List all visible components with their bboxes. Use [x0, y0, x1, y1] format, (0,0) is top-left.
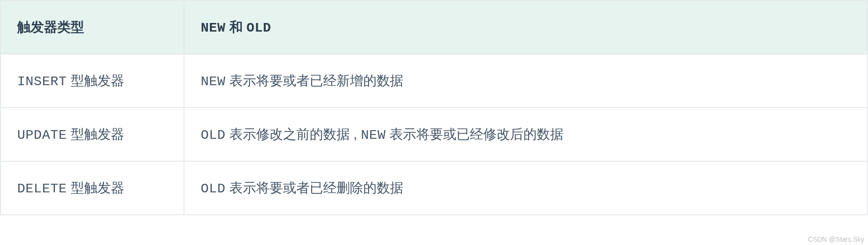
header-code-old: OLD	[246, 21, 271, 35]
trigger-type-suffix: 型触发器	[67, 127, 124, 142]
table-row: UPDATE 型触发器OLD 表示修改之前的数据 , NEW 表示将要或已经修改…	[0, 108, 868, 161]
cell-description: NEW 表示将要或者已经新增的数据	[184, 54, 868, 108]
header-trigger-type: 触发器类型	[0, 0, 184, 54]
trigger-type-suffix: 型触发器	[67, 73, 124, 88]
desc-code: NEW	[201, 74, 226, 89]
cell-description: OLD 表示修改之前的数据 , NEW 表示将要或已经修改后的数据	[184, 108, 868, 161]
trigger-type-table: 触发器类型 NEW 和 OLD INSERT 型触发器NEW 表示将要或者已经新…	[0, 0, 868, 215]
trigger-type-suffix: 型触发器	[67, 180, 124, 195]
header-mid-text: 和	[226, 20, 247, 34]
desc-text: 表示将要或已经修改后的数据	[386, 127, 564, 142]
cell-trigger-type: DELETE 型触发器	[0, 161, 184, 215]
table-header-row: 触发器类型 NEW 和 OLD	[0, 0, 868, 54]
trigger-type-code: UPDATE	[17, 128, 67, 143]
table-body: INSERT 型触发器NEW 表示将要或者已经新增的数据UPDATE 型触发器O…	[0, 54, 868, 215]
desc-text: 表示将要或者已经新增的数据	[226, 73, 403, 88]
desc-text: 表示修改之前的数据 ,	[226, 127, 361, 142]
trigger-type-code: DELETE	[17, 181, 67, 196]
header-code-new: NEW	[201, 21, 226, 35]
desc-code: NEW	[361, 128, 386, 143]
table-row: DELETE 型触发器OLD 表示将要或者已经删除的数据	[0, 161, 868, 215]
table-row: INSERT 型触发器NEW 表示将要或者已经新增的数据	[0, 54, 868, 108]
desc-code: OLD	[201, 128, 226, 143]
cell-description: OLD 表示将要或者已经删除的数据	[184, 161, 868, 215]
cell-trigger-type: UPDATE 型触发器	[0, 108, 184, 161]
header-new-old: NEW 和 OLD	[184, 0, 868, 54]
desc-text: 表示将要或者已经删除的数据	[226, 180, 403, 195]
desc-code: OLD	[201, 181, 226, 196]
cell-trigger-type: INSERT 型触发器	[0, 54, 184, 108]
trigger-type-code: INSERT	[17, 74, 67, 89]
